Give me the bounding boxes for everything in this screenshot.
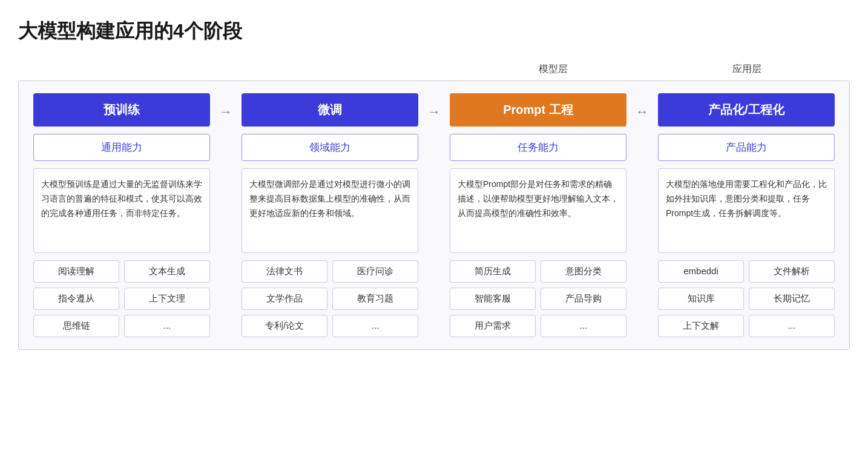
column-pretrain: 预训练 通用能力 大模型预训练是通过大量的无监督训练来学习语言的普遍的特征和模式…: [28, 93, 215, 337]
capability-prompt: 任务能力: [450, 134, 626, 161]
column-product: 产品化/工程化 产品能力 大模型的落地使用需要工程化和产品化，比如外挂知识库，意…: [653, 93, 840, 337]
tag-finetune-1-0: 文学作品: [242, 288, 327, 310]
layer-labels: 模型层 应用层: [18, 63, 850, 76]
tag-prompt-2-1: ...: [541, 315, 626, 337]
capability-finetune: 领域能力: [242, 134, 418, 161]
tag-prompt-2-0: 用户需求: [450, 315, 536, 337]
tag-pretrain-2-0: 思维链: [33, 315, 119, 337]
tag-finetune-2-1: ...: [332, 315, 418, 337]
arrow-right-2: →: [427, 104, 441, 120]
tag-pretrain-1-1: 上下文理: [124, 288, 210, 310]
model-layer-label: 模型层: [456, 63, 650, 76]
header-pretrain: 预训练: [33, 93, 210, 127]
column-finetune: 微调 领域能力 大模型微调部分是通过对模型进行微小的调整来提高目标数据集上模型的…: [237, 93, 423, 337]
column-prompt: Prompt 工程 任务能力 大模型Prompt部分是对任务和需求的精确描述，以…: [445, 93, 631, 337]
tag-pretrain-1-0: 指令遵从: [33, 288, 119, 310]
tag-prompt-1-1: 产品导购: [541, 288, 626, 310]
header-finetune: 微调: [242, 93, 418, 127]
arrow-right-1: →: [219, 104, 232, 120]
tag-finetune-0-0: 法律文书: [242, 260, 327, 283]
tag-prompt-1-0: 智能客服: [450, 288, 536, 310]
tag-product-1-0: 知识库: [658, 288, 744, 310]
page-title: 大模型构建应用的4个阶段: [18, 18, 850, 45]
tag-product-1-1: 长期记忆: [749, 288, 835, 310]
header-prompt: Prompt 工程: [450, 93, 626, 127]
tags-pretrain: 阅读理解 文本生成 指令遵从 上下文理 思维链 ...: [33, 260, 210, 337]
desc-prompt: 大模型Prompt部分是对任务和需求的精确描述，以便帮助模型更好地理解输入文本，…: [450, 168, 626, 253]
tag-product-0-1: 文件解析: [749, 260, 835, 283]
arrow-bidirect: ↔: [636, 104, 649, 120]
arrow-1: →: [215, 93, 237, 120]
desc-pretrain: 大模型预训练是通过大量的无监督训练来学习语言的普遍的特征和模式，使其可以高效的完…: [33, 168, 210, 253]
desc-product: 大模型的落地使用需要工程化和产品化，比如外挂知识库，意图分类和提取，任务Prom…: [658, 168, 835, 253]
tag-pretrain-2-1: ...: [124, 315, 210, 337]
desc-finetune: 大模型微调部分是通过对模型进行微小的调整来提高目标数据集上模型的准确性，从而更好…: [242, 168, 418, 253]
header-product: 产品化/工程化: [658, 93, 835, 127]
app-layer-label: 应用层: [650, 63, 844, 76]
tag-product-2-1: ...: [749, 315, 835, 337]
tags-product: embeddi 文件解析 知识库 长期记忆 上下文解 ...: [658, 260, 835, 337]
arrow-2: →: [423, 93, 445, 120]
tags-finetune: 法律文书 医疗问诊 文学作品 教育习题 专利/论文 ...: [242, 260, 418, 337]
capability-product: 产品能力: [658, 134, 835, 161]
tag-pretrain-0-1: 文本生成: [124, 260, 210, 283]
tag-finetune-2-0: 专利/论文: [242, 315, 327, 337]
tags-prompt: 简历生成 意图分类 智能客服 产品导购 用户需求 ...: [450, 260, 626, 337]
tag-pretrain-0-0: 阅读理解: [33, 260, 119, 283]
capability-pretrain: 通用能力: [33, 134, 210, 161]
tag-prompt-0-0: 简历生成: [450, 260, 536, 283]
tag-product-2-0: 上下文解: [658, 315, 744, 337]
tag-prompt-0-1: 意图分类: [541, 260, 626, 283]
diagram-container: 预训练 通用能力 大模型预训练是通过大量的无监督训练来学习语言的普遍的特征和模式…: [18, 81, 850, 350]
arrow-3: ↔: [631, 93, 653, 120]
tag-finetune-0-1: 医疗问诊: [332, 260, 418, 283]
tag-product-0-0: embeddi: [658, 260, 744, 283]
tag-finetune-1-1: 教育习题: [332, 288, 418, 310]
